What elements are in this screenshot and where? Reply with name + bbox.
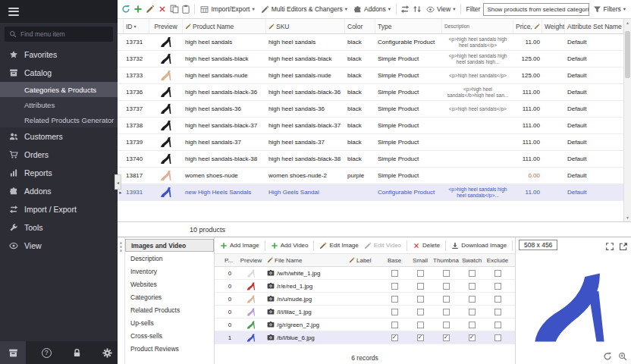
column-header-small[interactable]: Small [407,257,433,264]
small-checkbox[interactable] [417,296,424,303]
detail-tab[interactable]: Websites [125,278,214,290]
column-header-exclude[interactable]: Exclude [485,257,510,264]
add-product-button[interactable] [133,3,143,16]
media-table-row[interactable]: 0 /w/h/white_1.jpg [215,267,515,280]
column-header-product-name[interactable]: Product Name [183,19,266,33]
detail-tab[interactable]: Product Reviews [125,342,214,355]
column-header-description[interactable]: Description [442,20,513,33]
base-checkbox[interactable] [391,322,398,328]
media-table-row[interactable]: 0 /n/u/nude.jpg [215,293,515,306]
small-checkbox[interactable] [417,322,424,328]
media-table-row[interactable]: 0 /g/r/green_2.jpg [215,318,515,331]
scroll-up-arrow[interactable]: ▲ [626,20,629,25]
column-header-base[interactable]: Base [381,257,407,264]
column-header-color[interactable]: Color [345,19,375,33]
exclude-checkbox[interactable] [494,283,501,290]
media-table-row[interactable]: 0 /l/i/lilac_1.jpg [215,306,515,318]
download-image-button[interactable]: Download Image [450,242,508,249]
sidebar-search[interactable] [5,27,113,42]
zoom-button[interactable] [617,350,627,360]
detail-tab[interactable]: Related Products [125,303,214,316]
product-table-row[interactable]: 13736 high heel sandals-black-36 high he… [118,84,623,101]
sort-button[interactable] [412,3,422,16]
column-header-swatch[interactable]: Swatch [459,257,485,264]
swatch-checkbox[interactable] [469,309,476,315]
swatch-checkbox[interactable] [469,283,476,290]
sidebar-item-import-export[interactable]: Import / Export [0,200,118,218]
panel-drag-handle[interactable] [118,237,125,364]
category-filter-select[interactable]: Show products from selected categories▾ [483,3,589,16]
import-export-menu[interactable]: Import/Export▾ [198,2,256,17]
detail-tab[interactable]: Inventory [125,265,214,278]
media-table-row[interactable]: 0 /r/e/red_1.jpg [215,280,515,293]
vertical-scrollbar[interactable]: ▲▼ [623,19,631,221]
store-archive-button[interactable] [0,341,26,364]
base-checkbox[interactable] [391,270,398,277]
add-video-button[interactable]: Add Video [269,242,310,249]
product-table-row[interactable]: 13740 high heel sandals-black-38 high he… [118,151,623,168]
edit-image-button[interactable]: Edit Image [318,242,359,249]
product-table-row[interactable]: 13738 high heel sandals-black-37 high he… [118,118,623,134]
edit-product-button[interactable] [145,3,155,16]
product-table-row[interactable]: 13817 women shoes-nude women shoes-nude-… [118,168,623,184]
thumbnail-checkbox[interactable] [443,309,450,315]
sidebar-item-attributes[interactable]: Attributes [0,97,118,112]
column-header-weight[interactable]: Weight [542,19,565,33]
exclude-checkbox[interactable] [494,334,501,341]
refresh-button[interactable] [121,3,131,16]
base-checkbox[interactable] [391,283,398,290]
swap-columns-button[interactable] [400,3,410,16]
column-header-id[interactable]: ID▾ [124,19,149,33]
detail-tab[interactable]: Cross-sells [125,329,214,342]
add-image-button[interactable]: Add Image [218,242,261,249]
scrollbar-thumb[interactable] [625,31,630,78]
open-external-button[interactable] [618,240,628,250]
delete-product-button[interactable] [157,3,168,16]
detail-tab[interactable]: Images and Video [125,239,214,252]
column-header-label[interactable]: Label [347,257,381,264]
media-table-row[interactable]: 1 /b/l/blue_6.jpg [215,331,515,344]
column-header-price[interactable]: Price, [513,19,542,33]
swatch-checkbox[interactable] [469,334,476,341]
product-table-row[interactable]: 13732 high heel sandals-black high heel … [118,51,623,67]
view-menu[interactable]: View▾ [424,2,458,17]
detail-tab[interactable]: Up-sells [125,316,214,329]
addons-menu[interactable]: Addons▾ [351,2,393,17]
base-checkbox[interactable] [391,334,398,341]
detail-tab[interactable]: Description [125,252,214,265]
column-header-thumbnail[interactable]: Thumbna [433,257,459,264]
hamburger-menu-icon[interactable] [8,5,19,17]
sidebar-item-related-products-generator[interactable]: Related Products Generator [0,112,118,127]
swatch-checkbox[interactable] [469,322,476,328]
settings-button[interactable] [97,343,117,362]
swatch-checkbox[interactable] [469,270,476,277]
help-button[interactable] [36,343,56,362]
column-header-type[interactable]: Type [375,19,442,33]
sidebar-search-input[interactable] [20,30,108,38]
sidebar-item-orders[interactable]: Orders [0,146,118,164]
small-checkbox[interactable] [417,270,424,277]
sidebar-item-tools[interactable]: Tools [0,218,118,237]
sidebar-item-view[interactable]: View [0,237,118,255]
exclude-checkbox[interactable] [494,270,501,277]
column-header-sku[interactable]: SKU [266,19,345,33]
product-table-row[interactable]: 13739 high heel sandals-37 high heel san… [118,134,623,151]
column-header-position[interactable]: P... [222,257,237,264]
row-expand-cell[interactable]: ▸ [118,190,124,196]
exclude-checkbox[interactable] [494,322,501,328]
exclude-checkbox[interactable] [494,296,501,303]
sidebar-item-categories-products[interactable]: Categories & Products [0,82,118,97]
sidebar-item-addons[interactable]: Addons [0,182,118,200]
thumbnail-checkbox[interactable] [443,296,450,303]
sidebar-item-reports[interactable]: Reports [0,164,118,182]
multi-editors-menu[interactable]: Multi Editors & Changers▾ [259,2,350,17]
sidebar-item-favorites[interactable]: Favorites [0,46,118,64]
column-header-media-preview[interactable]: Preview [237,257,265,264]
thumbnail-checkbox[interactable] [443,270,450,277]
column-header-attribute-set[interactable]: Attribute Set Name [565,19,623,33]
column-header-preview[interactable]: Preview [149,19,183,33]
delete-image-button[interactable]: Delete [411,242,441,249]
small-checkbox[interactable] [417,334,424,341]
base-checkbox[interactable] [391,309,398,315]
thumbnail-checkbox[interactable] [443,334,450,341]
